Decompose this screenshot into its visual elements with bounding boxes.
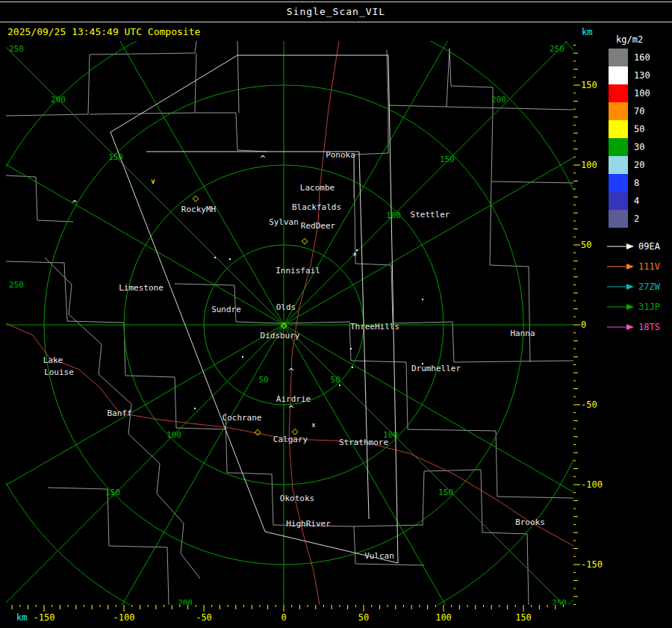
city-label-drumheller: Drumheller <box>411 364 461 373</box>
town-marker-icon: ∨ <box>150 178 155 185</box>
town-marker-icon <box>422 363 423 364</box>
title-divider-top <box>0 1 672 2</box>
city-label-airdrie: Airdrie <box>276 394 311 404</box>
town-marker-icon <box>339 385 340 386</box>
scan-timestamp: 2025/09/25 13:45:49 UTC Composite <box>7 26 200 37</box>
city-label-calgary: Calgary <box>273 435 308 444</box>
town-marker-icon: ^ <box>288 405 294 413</box>
range-ring-label: 50 <box>330 375 340 385</box>
y-axis-label: 150 <box>581 80 597 90</box>
legend-value: 30 <box>634 142 644 152</box>
legend-entry: 4 <box>609 192 671 210</box>
range-ring-label: 200 <box>51 95 66 105</box>
town-marker-icon <box>352 367 353 368</box>
right-axis-unit: km <box>582 27 592 37</box>
site-arrow-icon <box>607 323 634 331</box>
city-label-stettler: Stettler <box>411 210 450 220</box>
legend-swatch <box>609 210 628 228</box>
legend-value: 2 <box>634 214 639 224</box>
range-ring-label: 100 <box>383 430 398 440</box>
legend-entry: 100 <box>609 84 671 102</box>
radar-map-canvas[interactable]: PonokaLacombeBlackfaldsSylvanRedDeerStet… <box>6 41 573 605</box>
x-axis-label: 0 <box>281 612 286 623</box>
site-id: 09EA <box>638 241 660 252</box>
x-axis-label: 50 <box>358 612 369 623</box>
title-divider-bottom <box>0 22 672 22</box>
site-arrow-icon <box>607 303 634 311</box>
range-ring-label: 50 <box>258 375 268 385</box>
legend-entry: 8 <box>609 174 671 192</box>
city-label-threehills: ThreeHills <box>350 322 399 332</box>
town-marker-icon: ^ <box>288 368 294 376</box>
site-id: 111V <box>638 261 660 272</box>
city-label-reddeer: RedDeer <box>301 221 335 231</box>
site-arrow-icon <box>607 283 634 290</box>
town-marker-icon <box>229 258 231 260</box>
range-ring-label: 100 <box>386 211 401 220</box>
legend-entry: 160 <box>609 49 671 66</box>
city-label-innisfail: Innisfail <box>276 266 320 276</box>
town-marker-icon: ^ <box>72 200 78 208</box>
city-label-sylvan: Sylvan <box>269 217 299 227</box>
y-axis-label: 50 <box>581 240 591 250</box>
bottom-axis-unit: km <box>16 612 27 623</box>
y-axis-label: -100 <box>581 479 603 490</box>
map-overlay: PonokaLacombeBlackfaldsSylvanRedDeerStet… <box>6 41 573 605</box>
city-label-louise: Louise <box>44 367 74 377</box>
y-axis-label: -50 <box>581 400 597 410</box>
right-axis-labels: 150100500-50-100-150 <box>579 41 609 605</box>
site-id: 31JP <box>638 302 660 312</box>
color-legend: kg/m2 16013010070503020842 <box>609 34 671 228</box>
city-label-blackfalds: Blackfalds <box>292 202 341 212</box>
range-ring-label: 150 <box>108 152 123 162</box>
city-label-lacombe: Lacombe <box>300 183 335 193</box>
radar-site-icon: ◇ <box>302 237 308 245</box>
legend-value: 8 <box>634 178 639 188</box>
city-label-olds: Olds <box>276 302 296 312</box>
city-label-lake: Lake <box>43 355 63 365</box>
legend-value: 20 <box>634 160 644 170</box>
radar-site-icon: ◇ <box>193 194 199 202</box>
city-label-hanna: Hanna <box>510 329 535 338</box>
legend-entry: 2 <box>609 210 671 228</box>
site-111V: 111V <box>607 256 660 276</box>
y-axis-label: 0 <box>581 320 586 330</box>
bottom-axis-labels: -150-100-50050100150 <box>6 612 573 624</box>
legend-swatch <box>609 156 628 174</box>
x-axis-label: -50 <box>196 612 212 623</box>
range-ring-label: 250 <box>550 44 564 54</box>
town-marker-icon <box>214 257 216 258</box>
town-marker-icon: * <box>352 252 357 260</box>
legend-entries: 16013010070503020842 <box>609 49 671 228</box>
legend-value: 130 <box>634 70 650 81</box>
town-marker-icon: x <box>311 422 315 429</box>
y-axis-label: -150 <box>581 559 603 570</box>
town-marker-icon <box>242 356 243 358</box>
range-ring-label: 100 <box>167 430 181 440</box>
legend-value: 160 <box>634 52 650 63</box>
range-ring-label: 150 <box>105 488 120 497</box>
city-label-banff: Banff <box>107 408 131 418</box>
legend-value: 100 <box>634 88 650 99</box>
site-id: 27ZW <box>638 282 660 292</box>
city-label-cochrane: Cochrane <box>223 413 262 423</box>
range-ring-label: 200 <box>491 95 506 105</box>
site-18TS: 18TS <box>607 317 660 337</box>
legend-swatch <box>609 192 628 210</box>
range-ring-label: 250 <box>9 44 24 54</box>
radar-site-icon: ◇ <box>292 427 298 435</box>
legend-swatch <box>609 174 628 192</box>
legend-entry: 70 <box>609 102 671 120</box>
legend-value: 70 <box>634 106 644 116</box>
y-axis-label: 100 <box>581 160 597 170</box>
site-id: 18TS <box>638 322 660 332</box>
city-label-strathmore: Strathmore <box>339 438 388 447</box>
city-label-vulcan: Vulcan <box>364 551 394 561</box>
site-arrow-icon <box>607 243 634 250</box>
town-marker-icon <box>422 299 423 300</box>
x-axis-label: 150 <box>515 612 532 623</box>
legend-entry: 30 <box>609 138 671 156</box>
range-ring-label: 250 <box>552 598 567 606</box>
x-axis-label: -100 <box>113 612 135 623</box>
range-ring-label: 200 <box>178 598 193 606</box>
